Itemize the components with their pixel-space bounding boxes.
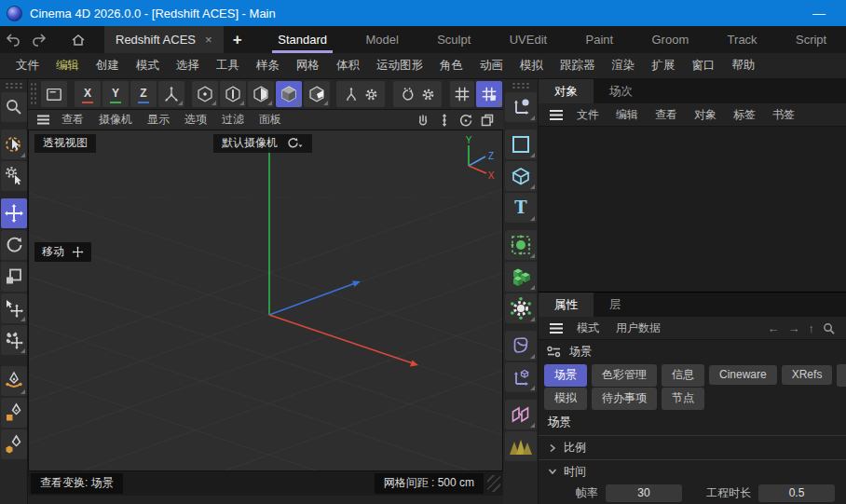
menu-spline[interactable]: 样条 xyxy=(248,58,288,74)
edges-mode-button[interactable] xyxy=(220,81,246,107)
tab-attributes[interactable]: 属性 xyxy=(539,293,594,317)
menu-mode[interactable]: 模式 xyxy=(128,58,168,74)
layout-tab-sculpt[interactable]: Sculpt xyxy=(431,26,476,53)
toolbar-drag-handle[interactable] xyxy=(30,82,37,106)
subdivision-surface-button[interactable] xyxy=(505,230,537,260)
attribute-hamburger-icon[interactable] xyxy=(549,322,564,334)
orbit-icon[interactable] xyxy=(458,113,473,128)
rotate-tool-button[interactable] xyxy=(1,230,27,260)
menu-render[interactable]: 渲染 xyxy=(604,58,644,74)
vp-menu-filter[interactable]: 过滤 xyxy=(214,112,252,128)
search-icon[interactable] xyxy=(823,322,835,334)
view-name-label[interactable]: 透视视图 xyxy=(34,134,96,153)
vp-menu-display[interactable]: 显示 xyxy=(140,112,177,128)
field-object-button[interactable] xyxy=(505,331,537,361)
resize-grip[interactable] xyxy=(487,475,500,492)
viewport-hamburger-icon[interactable] xyxy=(36,114,50,126)
lock-x-axis-button[interactable]: X xyxy=(75,81,101,107)
menu-mograph[interactable]: 运动图形 xyxy=(368,58,431,74)
menu-file[interactable]: 文件 xyxy=(7,58,48,74)
om-menu-edit[interactable]: 编辑 xyxy=(607,107,647,123)
attr-tab-cineware[interactable]: Cineware xyxy=(709,365,777,385)
move-tool-button[interactable] xyxy=(1,198,27,228)
tab-layers[interactable]: 层 xyxy=(594,293,637,317)
group-time[interactable]: 时间 xyxy=(539,460,846,483)
menu-simulate[interactable]: 模拟 xyxy=(512,58,552,74)
menu-animate[interactable]: 动画 xyxy=(471,58,512,74)
menu-tracker[interactable]: 跟踪器 xyxy=(552,58,604,74)
spline-pen-button[interactable] xyxy=(1,366,27,396)
texture-mode-button[interactable] xyxy=(304,81,330,107)
scale-tool-button[interactable] xyxy=(1,262,27,292)
text-object-button[interactable]: T xyxy=(505,193,537,223)
zoom-tool-button[interactable] xyxy=(1,92,27,122)
simulation-button[interactable] xyxy=(505,293,537,323)
history-forward-icon[interactable]: → xyxy=(788,321,800,335)
layout-tab-track[interactable]: Track xyxy=(722,26,763,53)
home-button[interactable] xyxy=(65,26,91,53)
om-menu-tags[interactable]: 标签 xyxy=(725,107,764,123)
layout-tab-groom[interactable]: Groom xyxy=(647,26,695,53)
fps-input[interactable]: 30 xyxy=(606,484,682,502)
grid-button[interactable] xyxy=(450,81,474,107)
om-menu-file[interactable]: 文件 xyxy=(568,107,607,123)
layout-tab-paint[interactable]: Paint xyxy=(580,26,620,53)
attr-tab-simulation[interactable]: 模拟 xyxy=(544,388,587,410)
pan-hand-icon[interactable] xyxy=(416,113,430,128)
toggle-panes-icon[interactable] xyxy=(480,113,495,128)
modeling-axis-button[interactable] xyxy=(336,81,385,107)
attr-tab-todo[interactable]: 待办事项 xyxy=(592,388,657,410)
tab-takes[interactable]: 场次 xyxy=(594,79,648,103)
polygons-mode-button[interactable] xyxy=(248,81,274,107)
render-planes-button[interactable] xyxy=(505,400,537,429)
object-manager-hamburger-icon[interactable] xyxy=(549,109,564,121)
menu-mesh[interactable]: 网格 xyxy=(288,58,328,74)
select-move-tool-button[interactable] xyxy=(1,293,27,323)
attr-tab-xrefs[interactable]: XRefs xyxy=(782,365,833,385)
menu-volume[interactable]: 体积 xyxy=(328,58,368,74)
tab-objects[interactable]: 对象 xyxy=(539,79,594,103)
om-menu-view[interactable]: 查看 xyxy=(647,107,686,123)
menu-window[interactable]: 窗口 xyxy=(684,58,724,74)
redo-button[interactable] xyxy=(26,26,52,53)
attr-tab-scene[interactable]: 场景 xyxy=(544,364,587,387)
pen-square-button[interactable] xyxy=(1,398,27,428)
axis-modifier-button[interactable] xyxy=(505,362,537,392)
am-menu-mode[interactable]: 模式 xyxy=(568,320,607,336)
vp-menu-cameras[interactable]: 摄像机 xyxy=(91,112,140,128)
vp-menu-options[interactable]: 选项 xyxy=(177,112,214,128)
layout-tab-model[interactable]: Model xyxy=(360,26,403,53)
viewport-canvas[interactable]: 透视视图 默认摄像机 Y Z X 移动 xyxy=(28,130,503,471)
reset-rotation-button[interactable] xyxy=(393,81,442,107)
pen-polygon-button[interactable] xyxy=(1,429,27,459)
am-menu-userdata[interactable]: 用户数据 xyxy=(607,320,669,336)
attr-tab-nodes[interactable]: 节点 xyxy=(662,388,704,410)
primitive-cube-button[interactable] xyxy=(505,161,537,191)
history-back-icon[interactable]: ← xyxy=(768,321,780,335)
coordinates-tool-button[interactable] xyxy=(505,92,537,122)
vp-menu-view[interactable]: 查看 xyxy=(54,112,91,128)
project-duration-input[interactable]: 0.5 xyxy=(758,484,835,502)
menu-tools[interactable]: 工具 xyxy=(208,58,248,74)
close-tab-icon[interactable]: × xyxy=(205,33,212,47)
landscape-button[interactable] xyxy=(505,431,537,461)
camera-selector[interactable]: 默认摄像机 xyxy=(213,134,312,153)
attr-tab-animation[interactable]: 动画 xyxy=(837,364,846,387)
object-list[interactable] xyxy=(539,127,846,292)
add-tab-button[interactable]: + xyxy=(224,26,252,53)
spline-primitive-button[interactable] xyxy=(505,129,537,159)
group-scale[interactable]: 比例 xyxy=(539,436,846,460)
minimize-button[interactable]: — xyxy=(812,6,826,20)
points-mode-button[interactable] xyxy=(192,81,218,107)
rail-drag-handle[interactable] xyxy=(512,82,530,89)
om-menu-objects[interactable]: 对象 xyxy=(686,107,725,123)
snap-grid-button[interactable] xyxy=(476,81,502,107)
tweak-tool-button[interactable] xyxy=(1,161,27,191)
layout-tab-uvedit[interactable]: UVEdit xyxy=(504,26,553,53)
lock-z-axis-button[interactable]: Z xyxy=(130,81,157,107)
menu-edit[interactable]: 编辑 xyxy=(48,58,88,74)
rail-drag-handle[interactable] xyxy=(5,82,23,89)
menu-character[interactable]: 角色 xyxy=(431,58,471,74)
menu-create[interactable]: 创建 xyxy=(88,58,128,74)
menu-extensions[interactable]: 扩展 xyxy=(644,58,684,74)
